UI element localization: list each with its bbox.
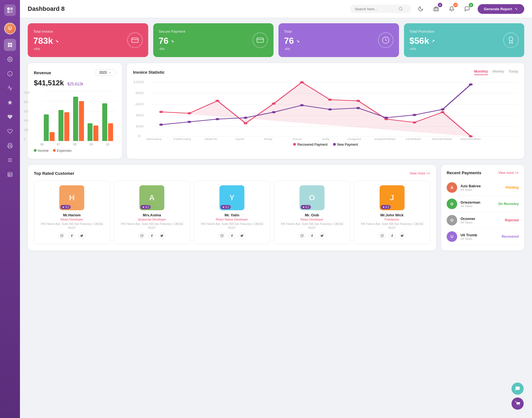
svg-point-55 [187, 121, 191, 123]
svg-point-65 [469, 83, 473, 86]
sidebar-item-settings[interactable] [4, 53, 16, 65]
header-icons: 2 12 5 Generate Report [416, 4, 524, 14]
income-bar [58, 110, 63, 141]
svg-point-56 [216, 118, 219, 120]
customer-rating: ★4.2 [301, 205, 311, 209]
payment-item: A Aziz Bakree 24 Years Pending [447, 179, 519, 196]
payments-view-more[interactable]: View more >> [498, 171, 519, 175]
twitter-icon[interactable] [158, 232, 165, 239]
facebook-icon[interactable] [68, 232, 75, 239]
cart-float-button[interactable] [511, 398, 524, 410]
wallet-button[interactable]: 2 [431, 4, 441, 14]
svg-text:200: 200 [135, 125, 144, 128]
expense-bar [64, 112, 69, 141]
year-select[interactable]: 2023 [95, 69, 116, 76]
sidebar: U [0, 0, 20, 418]
facebook-icon[interactable] [148, 232, 155, 239]
bell-button[interactable]: 12 [447, 4, 457, 14]
svg-text:January: January [146, 138, 162, 140]
payment-name: Uli Trumb [461, 233, 498, 237]
main-content: Dashboard 8 2 12 5 Generate Report [20, 0, 532, 418]
svg-rect-24 [132, 38, 138, 42]
bar-group [73, 97, 87, 141]
instagram-icon[interactable] [58, 232, 65, 239]
avatar[interactable]: U [4, 23, 16, 34]
svg-point-49 [356, 100, 360, 102]
svg-rect-2 [7, 11, 10, 13]
svg-point-54 [159, 124, 163, 126]
stat-icon-1 [252, 32, 268, 48]
instagram-icon[interactable] [298, 232, 306, 239]
bar-label: 06 [40, 143, 44, 146]
customer-card: Y ★4.2 Mr. Yatin React Native Developer … [194, 181, 270, 244]
customers-grid: H ★4.2 Mr.Hariom React Developer 795 Fol… [34, 181, 430, 244]
facebook-icon[interactable] [308, 232, 316, 239]
chat-button[interactable]: 5 [462, 4, 472, 14]
payment-avatar: U [447, 231, 457, 242]
sidebar-item-list[interactable] [4, 168, 16, 181]
payment-name: Aziz Bakree [461, 184, 502, 188]
customer-name: Mr.John Wick [357, 213, 427, 217]
bar-label: 08 [73, 143, 76, 146]
svg-text:May: May [264, 138, 273, 140]
svg-point-47 [300, 81, 304, 83]
content-area: Total invoice 783k ↘ +4% Secure Payment … [20, 18, 532, 418]
customer-role: Javascript Developer [117, 218, 187, 221]
page-title: Dashboard 8 [28, 5, 346, 12]
twitter-icon[interactable] [398, 232, 406, 239]
svg-point-85 [221, 235, 222, 236]
revenue-sub-value: $25,612k [67, 82, 83, 86]
sidebar-item-outline-heart[interactable] [4, 125, 16, 137]
tab-monthly[interactable]: Monthly [474, 69, 488, 75]
sidebar-item-dashboard[interactable] [4, 39, 16, 51]
svg-rect-13 [9, 146, 11, 148]
svg-rect-4 [8, 43, 10, 45]
svg-point-79 [61, 235, 62, 236]
customer-address: 795 Folsom Ave, Suite 600 San Francisco,… [357, 222, 427, 230]
tab-weekly[interactable]: Weekly [492, 69, 504, 75]
svg-marker-12 [8, 100, 12, 105]
tab-today[interactable]: Today [508, 69, 518, 75]
svg-text:December: December [461, 138, 481, 140]
twitter-icon[interactable] [318, 232, 326, 239]
instagram-icon[interactable] [378, 232, 386, 239]
svg-text:1000: 1000 [133, 81, 144, 84]
sidebar-item-likes[interactable] [4, 111, 16, 123]
instagram-icon[interactable] [138, 232, 145, 239]
stat-icon-0 [127, 32, 143, 48]
sidebar-logo[interactable] [4, 4, 16, 16]
sidebar-item-menu[interactable] [4, 154, 16, 166]
income-bar [73, 97, 78, 141]
twitter-icon[interactable] [78, 232, 85, 239]
svg-rect-17 [8, 173, 12, 177]
customer-card: A ★4.2 Mrs.Asima Javascript Developer 79… [114, 181, 190, 244]
income-bar [102, 103, 107, 141]
customer-role: React Developer [37, 218, 107, 221]
svg-rect-6 [8, 45, 10, 47]
customer-name: Mr. Osib [277, 213, 347, 217]
facebook-icon[interactable] [388, 232, 396, 239]
sidebar-item-analytics[interactable] [4, 82, 16, 94]
svg-point-59 [300, 104, 304, 106]
twitter-icon[interactable] [238, 232, 245, 239]
search-icon [398, 7, 403, 11]
customer-socials [117, 232, 187, 239]
revenue-title: Revenue [34, 70, 51, 75]
payment-status: On Recovery [498, 202, 519, 206]
facebook-icon[interactable] [228, 232, 236, 239]
revenue-legend: Income Expenses [34, 149, 116, 153]
customers-view-more[interactable]: View more >> [410, 171, 430, 175]
theme-toggle-button[interactable] [416, 4, 426, 14]
sidebar-item-info[interactable] [4, 68, 16, 80]
instagram-icon[interactable] [218, 232, 226, 239]
sidebar-item-print[interactable] [4, 140, 16, 152]
sidebar-item-favorites[interactable] [4, 96, 16, 109]
search-input[interactable] [355, 7, 396, 11]
bar-group [102, 103, 116, 141]
float-buttons [511, 383, 524, 410]
support-float-button[interactable] [511, 383, 524, 395]
search-box[interactable] [350, 5, 411, 13]
payment-age: 24 Years [461, 221, 502, 224]
svg-point-82 [141, 235, 142, 236]
generate-report-button[interactable]: Generate Report [478, 4, 524, 14]
